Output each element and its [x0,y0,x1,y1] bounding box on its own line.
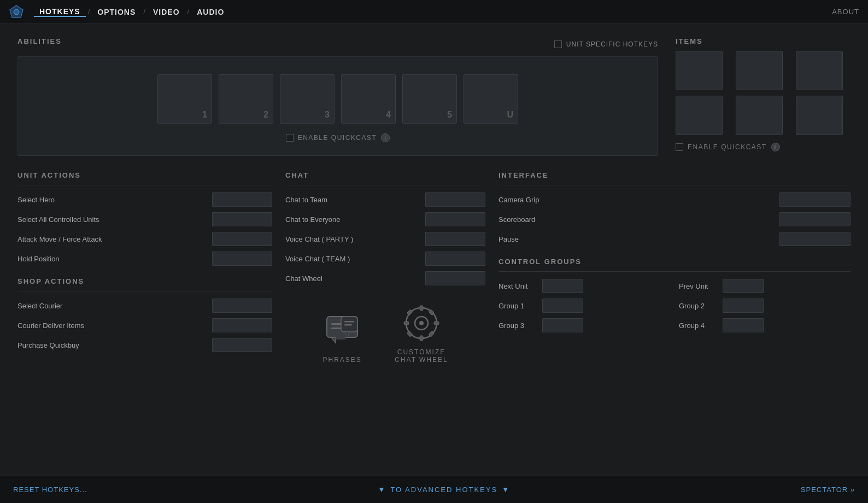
group1-label: Group 1 [498,302,542,310]
hotkey-row-scoreboard: Scoreboard [498,210,851,228]
interface-divider [498,185,851,185]
nav-item-audio[interactable]: AUDIO [191,8,230,16]
cg-row-prev-unit: Prev Unit [679,277,851,295]
hotkey-row-courier-deliver: Courier Deliver Items [17,317,272,334]
ability-slot-5[interactable]: 5 [402,74,457,124]
group4-label: Group 4 [679,321,723,330]
select-all-input[interactable] [212,212,272,226]
item-slot-4[interactable] [676,96,723,135]
control-groups-grid: Next Unit Prev Unit Group 1 Group 2 [498,277,851,334]
ability-slot-1[interactable]: 1 [157,74,212,124]
prev-unit-input[interactable] [723,279,764,293]
chat-wheel-input[interactable] [425,271,485,285]
group2-input[interactable] [723,299,764,313]
hotkey-row-pause: Pause [498,230,851,248]
courier-deliver-label: Courier Deliver Items [17,321,212,330]
hotkey-row-chat-team: Chat to Team [285,191,485,208]
courier-deliver-input[interactable] [212,318,272,332]
select-hero-input[interactable] [212,192,272,207]
group3-label: Group 3 [498,321,542,330]
ability-slot-2[interactable]: 2 [219,74,273,124]
chat-team-input[interactable] [425,192,485,207]
group4-input[interactable] [723,318,764,332]
chat-everyone-input[interactable] [425,212,485,226]
prev-unit-label: Prev Unit [679,282,723,290]
svg-point-13 [419,321,424,325]
nav-item-hotkeys[interactable]: HOTKEYS [34,7,86,17]
customize-chat-wheel-label: CUSTOMIZE CHAT WHEEL [395,348,448,364]
purchase-quickbuy-label: Purchase Quickbuy [17,341,212,349]
attack-move-label: Attack Move / Force Attack [17,235,212,243]
hotkey-row-attack-move: Attack Move / Force Attack [17,230,272,248]
voice-party-input[interactable] [425,232,485,246]
cg-row-group4: Group 4 [679,317,851,334]
pause-input[interactable] [779,232,851,246]
item-slot-6[interactable] [796,96,843,135]
camera-grip-input[interactable] [779,192,851,207]
select-hero-label: Select Hero [17,196,212,204]
group1-input[interactable] [542,299,583,313]
chat-everyone-label: Chat to Everyone [285,215,425,224]
hotkey-row-purchase-quickbuy: Purchase Quickbuy [17,336,272,354]
pause-label: Pause [498,235,779,243]
svg-point-1 [14,9,19,15]
items-quickcast-checkbox[interactable] [676,143,683,151]
purchase-quickbuy-input[interactable] [212,338,272,352]
ability-slot-3[interactable]: 3 [280,74,335,124]
svg-rect-21 [407,331,413,337]
abilities-quickcast-info-icon[interactable]: i [381,133,390,142]
bottom-bar: RESET HOTKEYS... ▼ TO ADVANCED HOTKEYS ▼… [0,476,868,503]
chevron-down-right-icon: ▼ [502,486,510,494]
ability-slot-4[interactable]: 4 [341,74,396,124]
chat-title: CHAT [285,171,485,179]
scoreboard-input[interactable] [779,212,851,226]
group3-input[interactable] [542,318,583,332]
hotkey-row-hold-position: Hold Position [17,250,272,267]
abilities-title: ABILITIES [17,37,62,45]
next-unit-label: Next Unit [498,282,542,290]
items-title: ITEMS [676,37,851,45]
chat-icons-row: PHRASES [285,303,485,364]
svg-rect-18 [407,309,413,315]
select-courier-input[interactable] [212,299,272,313]
hold-position-input[interactable] [212,252,272,266]
chat-section: CHAT Chat to Team Chat to Everyone Voice… [285,171,498,364]
reset-hotkeys-button[interactable]: RESET HOTKEYS... [13,486,87,494]
unit-specific-label: UNIT SPECIFIC HOTKEYS [566,40,658,48]
attack-move-input[interactable] [212,232,272,246]
item-slot-1[interactable] [676,51,723,90]
item-slot-2[interactable] [736,51,783,90]
item-slot-5[interactable] [736,96,783,135]
nav-item-options[interactable]: OPTIONS [92,8,141,16]
nav-item-video[interactable]: VIDEO [148,8,185,16]
cg-row-group2: Group 2 [679,297,851,314]
abilities-panel: 1 2 3 4 5 U ENABLE QUICKCAST i [17,56,658,156]
select-all-label: Select All Controlled Units [17,215,212,224]
hotkey-row-voice-party: Voice Chat ( PARTY ) [285,230,485,248]
top-row: ABILITIES UNIT SPECIFIC HOTKEYS 1 2 3 4 … [17,37,851,156]
unit-specific-checkbox[interactable] [554,40,562,48]
next-unit-input[interactable] [542,279,583,293]
items-quickcast-info-icon[interactable]: i [771,143,780,151]
spectator-button[interactable]: SPECTATOR » [801,486,855,494]
cg-row-group3: Group 3 [498,317,670,334]
items-quickcast-row: ENABLE QUICKCAST i [676,143,851,151]
select-courier-label: Select Courier [17,302,212,310]
advanced-hotkeys-button[interactable]: ▼ TO ADVANCED HOTKEYS ▼ [378,486,510,494]
ability-slot-u[interactable]: U [464,74,518,124]
svg-rect-16 [404,321,409,325]
voice-party-label: Voice Chat ( PARTY ) [285,235,425,243]
voice-team-input[interactable] [425,252,485,266]
bottom-row: UNIT ACTIONS Select Hero Select All Cont… [17,171,851,364]
unit-actions-divider [17,185,272,185]
phrases-label: PHRASES [323,356,362,364]
abilities-quickcast-checkbox[interactable] [286,134,294,142]
phrases-button[interactable]: PHRASES [322,311,362,364]
hotkey-row-chat-everyone: Chat to Everyone [285,210,485,228]
chat-team-label: Chat to Team [285,196,425,204]
svg-rect-15 [420,336,423,341]
hotkey-row-select-courier: Select Courier [17,297,272,314]
customize-chat-wheel-button[interactable]: CUSTOMIZE CHAT WHEEL [395,303,448,364]
item-slot-3[interactable] [796,51,843,90]
nav-about[interactable]: ABOUT [832,8,859,16]
